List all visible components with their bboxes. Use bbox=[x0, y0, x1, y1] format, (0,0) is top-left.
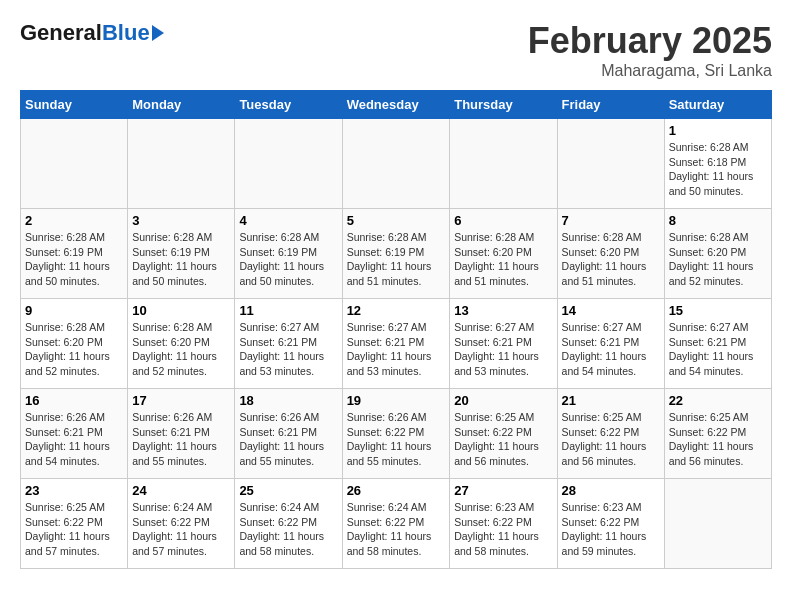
day-header-tuesday: Tuesday bbox=[235, 91, 342, 119]
day-header-saturday: Saturday bbox=[664, 91, 771, 119]
week-row-2: 2Sunrise: 6:28 AM Sunset: 6:19 PM Daylig… bbox=[21, 209, 772, 299]
day-number: 27 bbox=[454, 483, 552, 498]
logo-arrow-icon bbox=[152, 25, 164, 41]
week-row-5: 23Sunrise: 6:25 AM Sunset: 6:22 PM Dayli… bbox=[21, 479, 772, 569]
calendar-cell: 3Sunrise: 6:28 AM Sunset: 6:19 PM Daylig… bbox=[128, 209, 235, 299]
calendar-cell: 11Sunrise: 6:27 AM Sunset: 6:21 PM Dayli… bbox=[235, 299, 342, 389]
month-title: February 2025 bbox=[528, 20, 772, 62]
calendar-table: SundayMondayTuesdayWednesdayThursdayFrid… bbox=[20, 90, 772, 569]
day-number: 20 bbox=[454, 393, 552, 408]
day-info: Sunrise: 6:28 AM Sunset: 6:20 PM Dayligh… bbox=[132, 320, 230, 379]
calendar-cell: 10Sunrise: 6:28 AM Sunset: 6:20 PM Dayli… bbox=[128, 299, 235, 389]
calendar-cell bbox=[128, 119, 235, 209]
calendar-cell: 17Sunrise: 6:26 AM Sunset: 6:21 PM Dayli… bbox=[128, 389, 235, 479]
day-number: 15 bbox=[669, 303, 767, 318]
day-info: Sunrise: 6:28 AM Sunset: 6:19 PM Dayligh… bbox=[25, 230, 123, 289]
day-header-wednesday: Wednesday bbox=[342, 91, 450, 119]
calendar-cell: 27Sunrise: 6:23 AM Sunset: 6:22 PM Dayli… bbox=[450, 479, 557, 569]
day-info: Sunrise: 6:28 AM Sunset: 6:20 PM Dayligh… bbox=[454, 230, 552, 289]
day-info: Sunrise: 6:26 AM Sunset: 6:22 PM Dayligh… bbox=[347, 410, 446, 469]
day-header-sunday: Sunday bbox=[21, 91, 128, 119]
calendar-cell: 8Sunrise: 6:28 AM Sunset: 6:20 PM Daylig… bbox=[664, 209, 771, 299]
day-info: Sunrise: 6:24 AM Sunset: 6:22 PM Dayligh… bbox=[347, 500, 446, 559]
day-info: Sunrise: 6:28 AM Sunset: 6:19 PM Dayligh… bbox=[239, 230, 337, 289]
calendar-cell: 7Sunrise: 6:28 AM Sunset: 6:20 PM Daylig… bbox=[557, 209, 664, 299]
calendar-cell: 15Sunrise: 6:27 AM Sunset: 6:21 PM Dayli… bbox=[664, 299, 771, 389]
day-number: 13 bbox=[454, 303, 552, 318]
calendar-cell: 9Sunrise: 6:28 AM Sunset: 6:20 PM Daylig… bbox=[21, 299, 128, 389]
day-info: Sunrise: 6:25 AM Sunset: 6:22 PM Dayligh… bbox=[454, 410, 552, 469]
calendar-cell: 24Sunrise: 6:24 AM Sunset: 6:22 PM Dayli… bbox=[128, 479, 235, 569]
day-number: 22 bbox=[669, 393, 767, 408]
header: GeneralBlue February 2025 Maharagama, Sr… bbox=[20, 20, 772, 80]
day-number: 25 bbox=[239, 483, 337, 498]
day-number: 26 bbox=[347, 483, 446, 498]
day-info: Sunrise: 6:27 AM Sunset: 6:21 PM Dayligh… bbox=[239, 320, 337, 379]
day-info: Sunrise: 6:24 AM Sunset: 6:22 PM Dayligh… bbox=[132, 500, 230, 559]
logo-general-text: General bbox=[20, 20, 102, 45]
calendar-cell: 2Sunrise: 6:28 AM Sunset: 6:19 PM Daylig… bbox=[21, 209, 128, 299]
day-info: Sunrise: 6:28 AM Sunset: 6:18 PM Dayligh… bbox=[669, 140, 767, 199]
day-info: Sunrise: 6:28 AM Sunset: 6:20 PM Dayligh… bbox=[562, 230, 660, 289]
day-number: 28 bbox=[562, 483, 660, 498]
calendar-cell bbox=[557, 119, 664, 209]
day-header-monday: Monday bbox=[128, 91, 235, 119]
day-info: Sunrise: 6:26 AM Sunset: 6:21 PM Dayligh… bbox=[132, 410, 230, 469]
header-row: SundayMondayTuesdayWednesdayThursdayFrid… bbox=[21, 91, 772, 119]
calendar-cell: 28Sunrise: 6:23 AM Sunset: 6:22 PM Dayli… bbox=[557, 479, 664, 569]
day-info: Sunrise: 6:27 AM Sunset: 6:21 PM Dayligh… bbox=[669, 320, 767, 379]
calendar-cell bbox=[235, 119, 342, 209]
day-info: Sunrise: 6:25 AM Sunset: 6:22 PM Dayligh… bbox=[25, 500, 123, 559]
day-number: 10 bbox=[132, 303, 230, 318]
day-info: Sunrise: 6:24 AM Sunset: 6:22 PM Dayligh… bbox=[239, 500, 337, 559]
day-number: 4 bbox=[239, 213, 337, 228]
day-number: 24 bbox=[132, 483, 230, 498]
day-number: 23 bbox=[25, 483, 123, 498]
day-number: 18 bbox=[239, 393, 337, 408]
day-number: 2 bbox=[25, 213, 123, 228]
calendar-cell: 20Sunrise: 6:25 AM Sunset: 6:22 PM Dayli… bbox=[450, 389, 557, 479]
calendar-cell: 5Sunrise: 6:28 AM Sunset: 6:19 PM Daylig… bbox=[342, 209, 450, 299]
day-number: 21 bbox=[562, 393, 660, 408]
day-number: 9 bbox=[25, 303, 123, 318]
calendar-cell bbox=[21, 119, 128, 209]
calendar-cell bbox=[342, 119, 450, 209]
calendar-cell: 19Sunrise: 6:26 AM Sunset: 6:22 PM Dayli… bbox=[342, 389, 450, 479]
calendar-cell: 18Sunrise: 6:26 AM Sunset: 6:21 PM Dayli… bbox=[235, 389, 342, 479]
logo-blue-text: Blue bbox=[102, 20, 150, 45]
day-info: Sunrise: 6:27 AM Sunset: 6:21 PM Dayligh… bbox=[454, 320, 552, 379]
day-number: 17 bbox=[132, 393, 230, 408]
location-title: Maharagama, Sri Lanka bbox=[528, 62, 772, 80]
calendar-cell: 14Sunrise: 6:27 AM Sunset: 6:21 PM Dayli… bbox=[557, 299, 664, 389]
day-info: Sunrise: 6:28 AM Sunset: 6:20 PM Dayligh… bbox=[25, 320, 123, 379]
week-row-1: 1Sunrise: 6:28 AM Sunset: 6:18 PM Daylig… bbox=[21, 119, 772, 209]
day-info: Sunrise: 6:27 AM Sunset: 6:21 PM Dayligh… bbox=[562, 320, 660, 379]
week-row-4: 16Sunrise: 6:26 AM Sunset: 6:21 PM Dayli… bbox=[21, 389, 772, 479]
day-info: Sunrise: 6:28 AM Sunset: 6:19 PM Dayligh… bbox=[347, 230, 446, 289]
logo: GeneralBlue bbox=[20, 20, 164, 46]
calendar-cell: 13Sunrise: 6:27 AM Sunset: 6:21 PM Dayli… bbox=[450, 299, 557, 389]
day-info: Sunrise: 6:26 AM Sunset: 6:21 PM Dayligh… bbox=[239, 410, 337, 469]
day-number: 19 bbox=[347, 393, 446, 408]
day-info: Sunrise: 6:28 AM Sunset: 6:19 PM Dayligh… bbox=[132, 230, 230, 289]
day-number: 8 bbox=[669, 213, 767, 228]
calendar-cell bbox=[450, 119, 557, 209]
day-info: Sunrise: 6:27 AM Sunset: 6:21 PM Dayligh… bbox=[347, 320, 446, 379]
day-number: 5 bbox=[347, 213, 446, 228]
calendar-cell: 21Sunrise: 6:25 AM Sunset: 6:22 PM Dayli… bbox=[557, 389, 664, 479]
day-number: 12 bbox=[347, 303, 446, 318]
day-info: Sunrise: 6:26 AM Sunset: 6:21 PM Dayligh… bbox=[25, 410, 123, 469]
calendar-cell: 12Sunrise: 6:27 AM Sunset: 6:21 PM Dayli… bbox=[342, 299, 450, 389]
day-number: 3 bbox=[132, 213, 230, 228]
calendar-cell: 16Sunrise: 6:26 AM Sunset: 6:21 PM Dayli… bbox=[21, 389, 128, 479]
day-header-friday: Friday bbox=[557, 91, 664, 119]
day-header-thursday: Thursday bbox=[450, 91, 557, 119]
title-area: February 2025 Maharagama, Sri Lanka bbox=[528, 20, 772, 80]
day-info: Sunrise: 6:28 AM Sunset: 6:20 PM Dayligh… bbox=[669, 230, 767, 289]
day-number: 16 bbox=[25, 393, 123, 408]
day-number: 7 bbox=[562, 213, 660, 228]
calendar-cell: 23Sunrise: 6:25 AM Sunset: 6:22 PM Dayli… bbox=[21, 479, 128, 569]
calendar-cell: 22Sunrise: 6:25 AM Sunset: 6:22 PM Dayli… bbox=[664, 389, 771, 479]
day-number: 1 bbox=[669, 123, 767, 138]
calendar-cell: 6Sunrise: 6:28 AM Sunset: 6:20 PM Daylig… bbox=[450, 209, 557, 299]
